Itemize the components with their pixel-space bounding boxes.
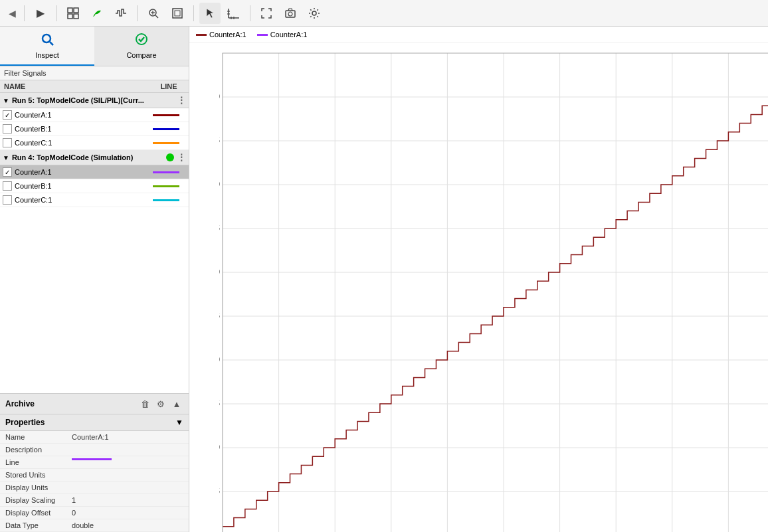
legend-item-1: CounterA:1 xyxy=(257,31,308,39)
paint-button[interactable] xyxy=(86,3,108,24)
archive-header[interactable]: Archive 🗑 ⚙ ▲ xyxy=(0,394,189,414)
left-panel: Inspect Compare Filter Signals NAME LINE xyxy=(0,27,189,532)
legend-item-0: CounterA:1 xyxy=(196,31,246,39)
run4-counterB-line xyxy=(146,181,186,191)
prop-description-value xyxy=(72,446,183,454)
chart-wrapper[interactable] xyxy=(189,43,768,532)
svg-line-20 xyxy=(50,42,53,45)
legend-color-1 xyxy=(257,34,268,36)
run5-counterC-name: CounterC:1 xyxy=(15,139,146,147)
tab-compare-label: Compare xyxy=(126,51,156,59)
run5-counterC-row[interactable]: CounterC:1 xyxy=(0,136,189,150)
collapse-panel-button[interactable]: ◀ xyxy=(5,3,19,24)
archive-collapse-button[interactable]: ▲ xyxy=(170,397,183,410)
prop-description-label: Description xyxy=(5,446,72,454)
archive-actions: 🗑 ⚙ ▲ xyxy=(138,397,183,410)
separator-1 xyxy=(24,5,25,21)
chart-canvas xyxy=(219,50,768,532)
archive-section: Archive 🗑 ⚙ ▲ xyxy=(0,393,189,414)
run4-collapse-icon: ▼ xyxy=(3,154,9,161)
chart-area: CounterA:1 CounterA:1 xyxy=(189,27,768,532)
signal-list-header: NAME LINE xyxy=(0,80,189,93)
expand-button[interactable] xyxy=(256,3,277,24)
prop-line-value xyxy=(72,458,183,466)
axes-button[interactable] xyxy=(223,3,244,24)
run4-counterC-checkbox[interactable] xyxy=(3,195,12,205)
snapshot-button[interactable] xyxy=(280,3,301,24)
layout-button[interactable] xyxy=(62,3,84,24)
chart-legend: CounterA:1 CounterA:1 xyxy=(189,27,768,43)
line-color-swatch xyxy=(72,458,112,460)
run5-menu-icon[interactable]: ⋮ xyxy=(177,95,186,106)
run4-menu-icon[interactable]: ⋮ xyxy=(177,152,186,163)
svg-point-19 xyxy=(43,35,50,43)
run5-counterA-line xyxy=(146,110,186,120)
run5-counterB-row[interactable]: CounterB:1 xyxy=(0,122,189,136)
cursor-icon xyxy=(204,7,216,19)
signal-button[interactable] xyxy=(110,3,132,24)
properties-header[interactable]: Properties ▼ xyxy=(0,414,189,431)
run4-header[interactable]: ▼ Run 4: TopModelCode (Simulation) ⋮ xyxy=(0,150,189,165)
run4-counterA-row[interactable]: ✓ CounterA:1 xyxy=(0,165,189,179)
run5-label: Run 5: TopModelCode (SIL/PIL)[Curr... xyxy=(12,96,174,104)
frame-button[interactable] xyxy=(167,3,188,24)
prop-display-offset-value: 0 xyxy=(72,509,183,517)
prop-data-type-label: Data Type xyxy=(5,521,72,529)
archive-delete-button[interactable]: 🗑 xyxy=(138,397,151,410)
run5-counterC-line xyxy=(146,137,186,148)
run5-counterB-name: CounterB:1 xyxy=(15,125,146,133)
run4-counterA-checkbox[interactable]: ✓ xyxy=(3,167,12,177)
cursor-button[interactable] xyxy=(199,3,221,24)
run4-counterC-row[interactable]: CounterC:1 xyxy=(0,193,189,207)
tabs: Inspect Compare xyxy=(0,27,189,66)
properties-collapse-icon: ▼ xyxy=(175,418,183,427)
run4-counterB-row[interactable]: CounterB:1 xyxy=(0,179,189,193)
legend-label-1: CounterA:1 xyxy=(270,31,308,39)
run5-counterC-checkbox[interactable] xyxy=(3,138,12,147)
run4-counterB-name: CounterB:1 xyxy=(15,182,146,190)
zoom-icon xyxy=(147,7,159,19)
legend-label-0: CounterA:1 xyxy=(209,31,246,39)
prop-description-row: Description xyxy=(0,444,189,456)
prop-display-offset-label: Display Offset xyxy=(5,509,72,517)
run5-counterA-name: CounterA:1 xyxy=(15,111,146,119)
svg-rect-9 xyxy=(175,11,180,16)
properties-title: Properties xyxy=(5,418,175,427)
filter-signals-label: Filter Signals xyxy=(4,69,47,77)
play-button[interactable]: ▶ xyxy=(30,3,51,24)
tab-compare[interactable]: Compare xyxy=(94,27,189,66)
filter-signals-bar: Filter Signals xyxy=(0,66,189,80)
prop-stored-units-row: Stored Units xyxy=(0,469,189,482)
archive-settings-button[interactable]: ⚙ xyxy=(154,397,167,410)
col-line-label: LINE xyxy=(149,80,189,92)
signal-icon xyxy=(114,7,128,19)
zoom-button[interactable] xyxy=(143,3,164,24)
separator-3 xyxy=(137,5,138,21)
prop-data-type-row: Data Type double xyxy=(0,519,189,532)
paint-icon xyxy=(91,7,103,19)
settings-button[interactable] xyxy=(304,3,325,24)
prop-display-units-value xyxy=(72,484,183,491)
run5-header[interactable]: ▼ Run 5: TopModelCode (SIL/PIL)[Curr... … xyxy=(0,93,189,108)
axes-icon xyxy=(227,7,240,19)
svg-rect-8 xyxy=(173,9,182,18)
tab-inspect[interactable]: Inspect xyxy=(0,27,94,66)
run5-collapse-icon: ▼ xyxy=(3,97,9,104)
prop-stored-units-value xyxy=(72,471,183,479)
separator-2 xyxy=(56,5,57,21)
run5-counterA-checkbox[interactable]: ✓ xyxy=(3,110,12,120)
toolbar: ◀ ▶ xyxy=(0,0,768,27)
expand-icon xyxy=(260,7,272,19)
svg-rect-0 xyxy=(68,8,72,13)
legend-color-0 xyxy=(196,34,207,36)
run4-status-indicator xyxy=(166,153,174,161)
snapshot-icon xyxy=(284,7,296,19)
main-area: Inspect Compare Filter Signals NAME LINE xyxy=(0,27,768,532)
run5-counterA-row[interactable]: ✓ CounterA:1 xyxy=(0,108,189,122)
prop-name-row: Name CounterA:1 xyxy=(0,431,189,444)
settings-icon xyxy=(308,7,320,19)
run4-counterB-checkbox[interactable] xyxy=(3,181,12,191)
signal-list[interactable]: NAME LINE ▼ Run 5: TopModelCode (SIL/PIL… xyxy=(0,80,189,393)
tab-inspect-label: Inspect xyxy=(35,51,58,59)
run5-counterB-checkbox[interactable] xyxy=(3,124,12,133)
